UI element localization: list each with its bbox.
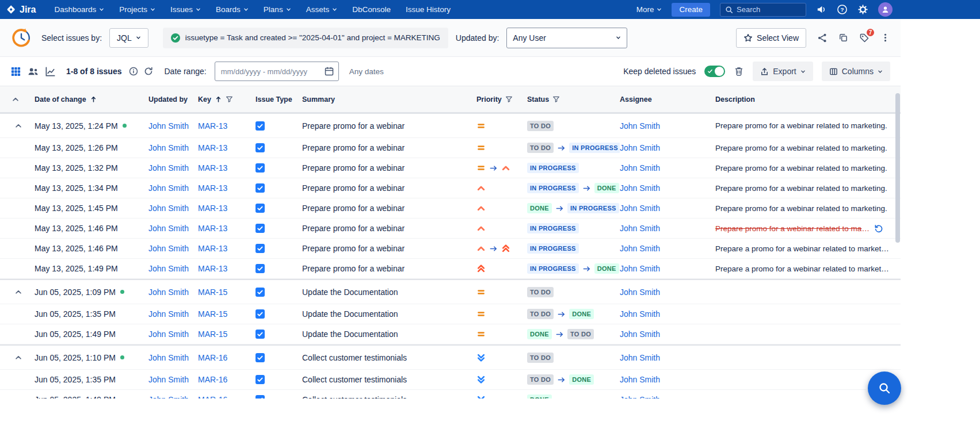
collapse-group-icon[interactable] <box>14 354 22 362</box>
filter-funnel-icon[interactable] <box>505 95 513 103</box>
announcement-megaphone-icon[interactable] <box>816 4 827 15</box>
updated-by-link[interactable]: John Smith <box>148 395 189 399</box>
columns-button[interactable]: Columns <box>822 62 890 81</box>
filter-funnel-icon[interactable] <box>552 95 560 103</box>
jira-logo[interactable]: Jira <box>6 4 36 15</box>
column-header-priority[interactable]: Priority <box>476 95 527 104</box>
column-header-issue-type[interactable]: Issue Type <box>256 95 302 104</box>
issue-key-link[interactable]: MAR-13 <box>198 143 227 152</box>
column-header-key[interactable]: Key <box>198 95 256 104</box>
updated-by-link[interactable]: John Smith <box>148 183 189 193</box>
updated-by-link[interactable]: John Smith <box>148 204 189 213</box>
settings-gear-icon[interactable] <box>857 4 868 15</box>
assignee-link[interactable]: John Smith <box>620 309 660 319</box>
more-options-kebab-icon[interactable] <box>880 33 890 43</box>
column-header-summary[interactable]: Summary <box>302 95 476 104</box>
assignee-link[interactable]: John Smith <box>620 244 660 253</box>
issue-key-link[interactable]: MAR-15 <box>198 309 227 319</box>
nav-item-projects[interactable]: Projects <box>119 5 155 14</box>
collapse-all-icon[interactable] <box>12 95 20 104</box>
grid-view-icon[interactable] <box>10 66 21 77</box>
updated-by-link[interactable]: John Smith <box>148 224 189 233</box>
nav-item-assets[interactable]: Assets <box>306 5 338 14</box>
nav-item-plans[interactable]: Plans <box>264 5 291 14</box>
issue-key-link[interactable]: MAR-15 <box>198 288 227 297</box>
user-avatar[interactable] <box>878 2 893 17</box>
column-header-status[interactable]: Status <box>527 95 620 104</box>
sort-ascending-icon[interactable] <box>90 95 97 103</box>
collapse-group-icon[interactable] <box>14 122 22 130</box>
nav-item-issues[interactable]: Issues <box>170 5 201 14</box>
labels-button[interactable]: 7 <box>859 33 870 43</box>
updated-by-link[interactable]: John Smith <box>148 121 189 131</box>
assignee-link[interactable]: John Smith <box>620 288 660 297</box>
info-icon[interactable] <box>129 67 138 76</box>
assignee-link[interactable]: John Smith <box>620 121 660 131</box>
nav-item-more[interactable]: More <box>636 5 662 14</box>
updated-by-link[interactable]: John Smith <box>148 163 189 173</box>
assignee-link[interactable]: John Smith <box>620 395 660 399</box>
assignee-link[interactable]: John Smith <box>620 163 660 173</box>
restore-deleted-value-icon[interactable] <box>870 224 883 233</box>
collapse-group-icon[interactable] <box>14 288 22 296</box>
updated-by-link[interactable]: John Smith <box>148 309 189 319</box>
column-header-date-of-change[interactable]: Date of change <box>35 95 148 104</box>
floating-search-button[interactable] <box>868 371 901 405</box>
search-input[interactable] <box>737 5 799 14</box>
issue-key-link[interactable]: MAR-13 <box>198 244 227 253</box>
issue-key-link[interactable]: MAR-13 <box>198 183 227 193</box>
vertical-scrollbar-thumb[interactable] <box>895 93 900 243</box>
issue-key-link[interactable]: MAR-16 <box>198 395 227 399</box>
column-header-updated-by[interactable]: Updated by <box>148 95 198 104</box>
assignee-link[interactable]: John Smith <box>620 264 660 273</box>
updated-by-select[interactable]: Any User <box>506 28 627 48</box>
copy-icon[interactable] <box>838 33 848 43</box>
issue-key-link[interactable]: MAR-16 <box>198 353 227 362</box>
select-view-button[interactable]: Select View <box>736 28 806 48</box>
updated-by-link[interactable]: John Smith <box>148 375 189 384</box>
assignee-link[interactable]: John Smith <box>620 183 660 193</box>
updated-by-link[interactable]: John Smith <box>148 264 189 273</box>
refresh-icon[interactable] <box>144 67 153 76</box>
column-header-description[interactable]: Description <box>715 95 895 104</box>
updated-by-link[interactable]: John Smith <box>148 244 189 253</box>
filter-funnel-icon[interactable] <box>226 95 233 103</box>
column-header-assignee[interactable]: Assignee <box>620 95 715 104</box>
updated-by-link[interactable]: John Smith <box>148 143 189 152</box>
issue-key-link[interactable]: MAR-13 <box>198 264 227 273</box>
assignee-link[interactable]: John Smith <box>620 353 660 362</box>
issue-key-link[interactable]: MAR-13 <box>198 204 227 213</box>
updated-by-link[interactable]: John Smith <box>148 330 189 339</box>
issue-key-link[interactable]: MAR-15 <box>198 330 227 339</box>
assignee-link[interactable]: John Smith <box>620 143 660 152</box>
date-range-input[interactable] <box>215 62 339 81</box>
assignee-link[interactable]: John Smith <box>620 375 660 384</box>
jql-dropdown-button[interactable]: JQL <box>109 28 148 48</box>
share-icon[interactable] <box>817 33 828 43</box>
updated-by-link[interactable]: John Smith <box>148 353 189 362</box>
nav-search-box[interactable] <box>720 3 806 17</box>
assignee-link[interactable]: John Smith <box>620 224 660 233</box>
status-lozenge: TO DO <box>567 329 594 339</box>
top-navigation: Jira DashboardsProjectsIssuesBoardsPlans… <box>0 0 980 19</box>
assignee-link[interactable]: John Smith <box>620 204 660 213</box>
chart-view-icon[interactable] <box>45 66 56 77</box>
assignee-link[interactable]: John Smith <box>620 330 660 339</box>
help-icon[interactable]: ? <box>837 4 848 15</box>
people-view-icon[interactable] <box>28 66 39 77</box>
calendar-icon[interactable] <box>324 66 334 76</box>
nav-item-dbconsole[interactable]: DbConsole <box>352 5 391 14</box>
sort-ascending-icon[interactable] <box>215 95 222 103</box>
export-button[interactable]: Export <box>753 62 813 81</box>
updated-by-link[interactable]: John Smith <box>148 288 189 297</box>
create-button[interactable]: Create <box>672 3 710 17</box>
issue-key-link[interactable]: MAR-13 <box>198 163 227 173</box>
nav-item-boards[interactable]: Boards <box>216 5 249 14</box>
issue-key-link[interactable]: MAR-13 <box>198 121 227 131</box>
nav-item-dashboards[interactable]: Dashboards <box>54 5 104 14</box>
keep-deleted-toggle[interactable] <box>704 66 725 77</box>
issue-key-link[interactable]: MAR-13 <box>198 224 227 233</box>
issue-key-link[interactable]: MAR-16 <box>198 375 227 384</box>
trash-icon[interactable] <box>734 66 744 76</box>
nav-item-issue-history[interactable]: Issue History <box>406 5 451 14</box>
